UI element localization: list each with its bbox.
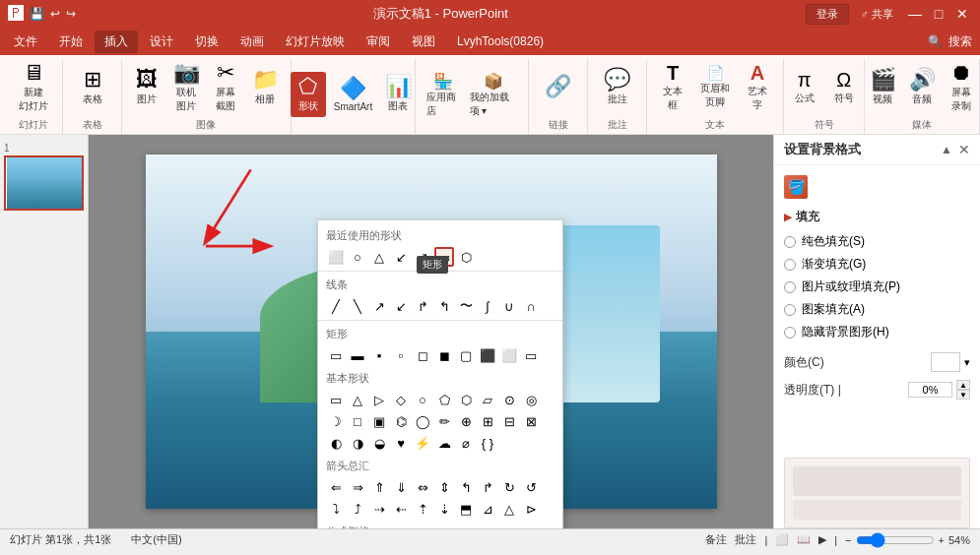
basic-17[interactable]: ⊕ [456, 411, 476, 431]
basic-25[interactable]: ⚡ [413, 433, 432, 453]
arrow-15[interactable]: ⇡ [413, 499, 432, 519]
login-button[interactable]: 登录 [806, 4, 849, 25]
online-picture-button[interactable]: 📷 联机图片 [168, 60, 204, 115]
menu-insert[interactable]: 插入 [95, 31, 138, 53]
arrow-6[interactable]: ⇕ [434, 477, 454, 497]
rect-8[interactable]: ⬛ [478, 345, 497, 365]
new-slide-button[interactable]: 🖥 新建幻灯片 [15, 60, 52, 115]
arrow-5[interactable]: ⇔ [413, 477, 432, 497]
arrow-20[interactable]: ⊳ [521, 499, 541, 519]
basic-12[interactable]: □ [348, 411, 367, 431]
transparency-increment[interactable]: ▲ [956, 380, 970, 390]
arrow-7[interactable]: ↰ [456, 477, 476, 497]
link-button[interactable]: 🔗 [541, 74, 576, 101]
basic-3[interactable]: ▷ [369, 390, 389, 409]
basic-11[interactable]: ☽ [326, 411, 346, 431]
right-panel-close-button[interactable]: ✕ [958, 142, 970, 157]
menu-review[interactable]: 审阅 [357, 31, 400, 53]
quick-access-undo[interactable]: ↩ [50, 7, 60, 21]
basic-10[interactable]: ◎ [521, 390, 541, 409]
basic-19[interactable]: ⊟ [499, 411, 519, 431]
fill-pattern-radio[interactable] [784, 304, 796, 316]
fill-pattern-option[interactable]: 图案填充(A) [784, 301, 970, 318]
table-button[interactable]: ⊞ 表格 [75, 67, 110, 108]
canvas-area[interactable]: 最近使用的形状 ⬜ ○ △ ↙ ↗ ▭ ⬡ 矩形 线条 ╱ ╲ ↗ ↙ ↱ ↰ [89, 135, 773, 528]
color-swatch[interactable] [931, 352, 960, 372]
transparency-input[interactable] [908, 382, 952, 398]
picture-button[interactable]: 🖼 图片 [129, 67, 164, 108]
screen-record-button[interactable]: ⏺ 屏幕录制 [944, 60, 979, 115]
shape-recent-3[interactable]: △ [369, 247, 389, 267]
basic-14[interactable]: ⌬ [391, 411, 411, 431]
minimize-button[interactable]: — [905, 4, 925, 24]
zoom-in-button[interactable]: + [939, 534, 945, 546]
line-7[interactable]: 〜 [456, 296, 476, 316]
wordart-button[interactable]: A 艺术字 [740, 61, 775, 114]
arrow-13[interactable]: ⇢ [369, 499, 389, 519]
basic-8[interactable]: ▱ [478, 390, 497, 409]
fill-solid-option[interactable]: 纯色填充(S) [784, 233, 970, 250]
arrow-14[interactable]: ⇠ [391, 499, 411, 519]
arrow-9[interactable]: ↻ [499, 477, 519, 497]
basic-13[interactable]: ▣ [369, 411, 389, 431]
basic-21[interactable]: ◐ [326, 433, 346, 453]
share-button[interactable]: ♂ 共享 [853, 7, 901, 22]
basic-16[interactable]: ✏ [434, 411, 454, 431]
comment-button[interactable]: 💬 批注 [600, 67, 635, 108]
menu-lvyhtools[interactable]: LvyhTools(0826) [447, 31, 554, 51]
fill-gradient-radio[interactable] [784, 259, 796, 271]
shape-recent-4[interactable]: ↙ [391, 247, 411, 267]
basic-1[interactable]: ▭ [326, 390, 346, 409]
line-2[interactable]: ╲ [348, 296, 367, 316]
arrow-18[interactable]: ⊿ [478, 499, 497, 519]
shape-recent-2[interactable]: ○ [348, 247, 367, 267]
line-9[interactable]: ∪ [499, 296, 519, 316]
rect-7[interactable]: ▢ [456, 345, 476, 365]
textbox-button[interactable]: T 文本框 [655, 61, 690, 114]
basic-7[interactable]: ⬡ [456, 390, 476, 409]
reading-view-icon[interactable]: 📖 [797, 533, 811, 546]
line-1[interactable]: ╱ [326, 296, 346, 316]
shape-recent-7[interactable]: ⬡ [456, 247, 476, 267]
basic-15[interactable]: ◯ [413, 411, 432, 431]
rect-9[interactable]: ⬜ [499, 345, 519, 365]
slide-thumbnail[interactable] [4, 155, 84, 211]
video-button[interactable]: 🎬 视频 [865, 67, 900, 108]
basic-28[interactable]: { } [478, 433, 497, 453]
basic-23[interactable]: ◒ [369, 433, 389, 453]
normal-view-icon[interactable]: ⬜ [775, 533, 789, 546]
fill-picture-radio[interactable] [784, 281, 796, 293]
rect-2[interactable]: ▬ [348, 345, 367, 365]
rect-4[interactable]: ▫ [391, 345, 411, 365]
formula-button[interactable]: π 公式 [787, 68, 822, 107]
arrow-16[interactable]: ⇣ [434, 499, 454, 519]
line-8[interactable]: ∫ [478, 296, 497, 316]
basic-6[interactable]: ⬠ [434, 390, 454, 409]
arrow-19[interactable]: △ [499, 499, 519, 519]
line-4[interactable]: ↙ [391, 296, 411, 316]
fill-solid-radio[interactable] [784, 236, 796, 248]
arrow-17[interactable]: ⬒ [456, 499, 476, 519]
arrow-8[interactable]: ↱ [478, 477, 497, 497]
rect-3[interactable]: ▪ [369, 345, 389, 365]
basic-27[interactable]: ⌀ [456, 433, 476, 453]
audio-button[interactable]: 🔊 音频 [904, 67, 940, 108]
basic-20[interactable]: ⊠ [521, 411, 541, 431]
note-button[interactable]: 备注 [705, 532, 727, 547]
shapes-button[interactable]: ⬠ 形状 [291, 72, 326, 117]
arrow-1[interactable]: ⇐ [326, 477, 346, 497]
transparency-decrement[interactable]: ▼ [956, 390, 970, 400]
menu-view[interactable]: 视图 [402, 31, 445, 53]
app-store-button[interactable]: 🏪 应用商店 [424, 71, 462, 119]
basic-22[interactable]: ◑ [348, 433, 367, 453]
basic-26[interactable]: ☁ [434, 433, 454, 453]
line-5[interactable]: ↱ [413, 296, 432, 316]
arrow-3[interactable]: ⇑ [369, 477, 389, 497]
menu-design[interactable]: 设计 [140, 31, 183, 53]
menu-home[interactable]: 开始 [49, 31, 93, 53]
album-button[interactable]: 📁 相册 [247, 67, 283, 108]
fill-hide-radio[interactable] [784, 327, 796, 339]
quick-access-save[interactable]: 💾 [30, 7, 44, 21]
header-footer-button[interactable]: 📄 页眉和页脚 [694, 64, 736, 111]
color-dropdown-icon[interactable]: ▾ [964, 356, 970, 369]
